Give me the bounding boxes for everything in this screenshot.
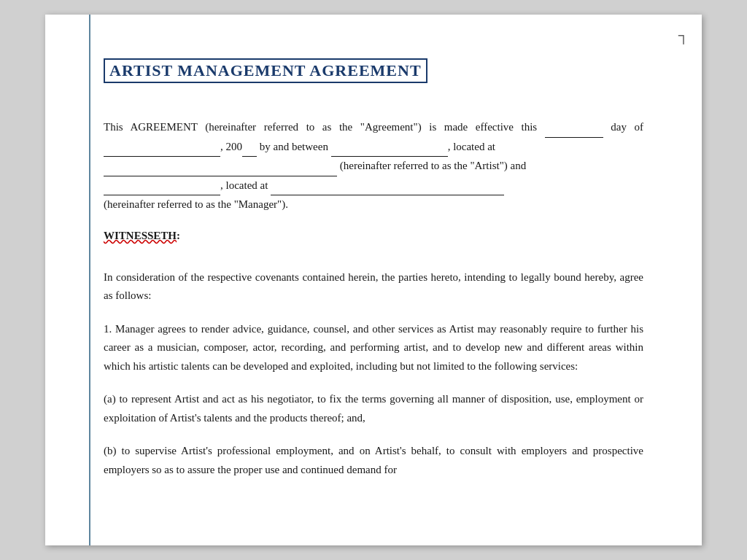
witnesseth-label: WITNESSETH xyxy=(104,230,177,242)
intro-paragraph: This AGREEMENT (hereinafter referred to … xyxy=(104,118,643,214)
day-blank xyxy=(104,138,220,158)
left-border-decoration xyxy=(89,15,90,545)
year-blank xyxy=(242,138,257,158)
address2-blank xyxy=(271,176,504,196)
party2-blank xyxy=(104,176,220,196)
clause1b-paragraph: (b) to supervise Artist's professional e… xyxy=(104,442,643,479)
document-title-box: ARTIST MANAGEMENT AGREEMENT xyxy=(104,58,427,83)
party1-blank xyxy=(331,138,448,158)
witnesseth-colon: : xyxy=(177,230,180,241)
effective-date-blank xyxy=(545,118,603,138)
clause1a-paragraph: (a) to represent Artist and act as his n… xyxy=(104,390,643,427)
address1-blank xyxy=(104,157,337,176)
corner-mark: ┐ xyxy=(678,28,689,42)
document-title: ARTIST MANAGEMENT AGREEMENT xyxy=(109,61,422,79)
document-page: ┐ ARTIST MANAGEMENT AGREEMENT This AGREE… xyxy=(45,15,702,545)
clause1-paragraph: 1. Manager agrees to render advice, guid… xyxy=(104,320,643,376)
consideration-paragraph: In consideration of the respective coven… xyxy=(104,268,643,306)
